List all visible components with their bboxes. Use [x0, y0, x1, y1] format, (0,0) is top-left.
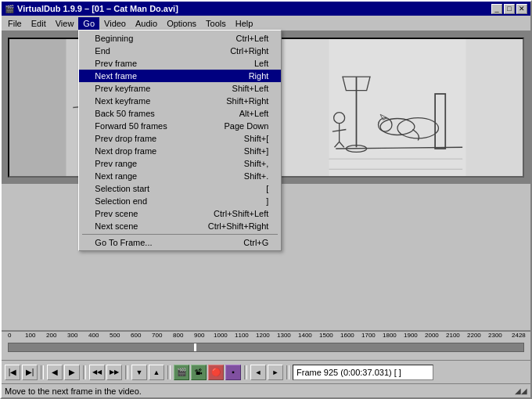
status-bar: Move to the next frame in the video. ◢◢ — [2, 383, 530, 397]
menu-view[interactable]: View — [51, 17, 79, 30]
go-prev-scene-shortcut: Ctrl+Shift+Left — [214, 209, 268, 218]
timeline-numbers: 0 100 200 300 400 500 600 700 800 900 10… — [2, 332, 530, 343]
go-beginning-shortcut: Ctrl+Left — [235, 34, 268, 43]
go-prev-keyframe[interactable]: Prev keyframe Shift+Left — [79, 82, 281, 95]
go-beginning[interactable]: Beginning Ctrl+Left — [79, 32, 281, 45]
btn-prev-key[interactable]: ◀◀ — [89, 365, 105, 380]
go-back-50[interactable]: Back 50 frames Alt+Left — [79, 107, 281, 120]
go-next-drop[interactable]: Next drop frame Shift+] — [79, 145, 281, 157]
tick-1100: 1100 — [235, 332, 249, 339]
frame-display: Frame 925 (0:00:37.031) [ ] — [293, 365, 433, 380]
window-title: VirtualDub 1.9.9 – [01 – Cat Man Do.avi] — [17, 4, 178, 13]
separator-5 — [244, 365, 247, 379]
go-prev-frame[interactable]: Prev frame Left — [79, 57, 281, 70]
btn-go-start[interactable]: |◀ — [5, 365, 20, 380]
menu-video[interactable]: Video — [99, 17, 131, 30]
go-next-range[interactable]: Next range Shift+. — [79, 170, 281, 182]
go-end-shortcut: Ctrl+Right — [230, 46, 268, 56]
menu-options[interactable]: Options — [162, 17, 201, 30]
go-prev-drop[interactable]: Prev drop frame Shift+[ — [79, 132, 281, 145]
separator-6 — [286, 365, 289, 379]
frame-display-text: Frame 925 (0:00:37.031) [ ] — [297, 368, 401, 377]
go-prev-range-label: Prev range — [95, 159, 137, 168]
tick-500: 500 — [110, 332, 120, 339]
go-next-keyframe-shortcut: Shift+Right — [226, 96, 268, 106]
menu-edit[interactable]: Edit — [27, 17, 51, 30]
menu-tools[interactable]: Tools — [201, 17, 231, 30]
tick-1500: 1500 — [319, 332, 333, 339]
btn-next-frame[interactable]: ▶ — [64, 365, 80, 380]
btn-purple[interactable]: ▪ — [225, 365, 241, 380]
go-next-frame[interactable]: Next frame Right — [79, 70, 281, 82]
go-prev-frame-label: Prev frame — [95, 59, 137, 68]
tick-800: 800 — [173, 332, 183, 339]
btn-next-key[interactable]: ▶▶ — [106, 365, 122, 380]
btn-green1[interactable]: 🎬 — [174, 365, 189, 380]
tick-2200: 2200 — [467, 332, 481, 339]
go-prev-range[interactable]: Prev range Shift+, — [79, 157, 281, 170]
go-selection-start[interactable]: Selection start [ — [79, 182, 281, 195]
go-selection-end[interactable]: Selection end ] — [79, 195, 281, 207]
go-prev-frame-shortcut: Left — [254, 59, 268, 68]
go-prev-keyframe-shortcut: Shift+Left — [232, 84, 269, 93]
separator-2 — [83, 365, 86, 379]
close-button[interactable]: ✕ — [516, 4, 527, 14]
timeline-area: 0 100 200 300 400 500 600 700 800 900 10… — [2, 330, 530, 360]
btn-mark-out[interactable]: ► — [268, 365, 283, 380]
go-prev-drop-label: Prev drop frame — [95, 134, 156, 143]
go-dropdown-menu: Beginning Ctrl+Left End Ctrl+Right Prev … — [78, 30, 282, 251]
go-prev-range-shortcut: Shift+, — [244, 159, 269, 168]
tick-2428: 2428 — [512, 332, 526, 339]
menu-go[interactable]: Go — [78, 17, 99, 30]
tick-1700: 1700 — [361, 332, 376, 339]
go-beginning-label: Beginning — [95, 34, 133, 43]
go-prev-scene[interactable]: Prev scene Ctrl+Shift+Left — [79, 207, 281, 220]
go-forward-50[interactable]: Forward 50 frames Page Down — [79, 120, 281, 132]
separator-3 — [125, 365, 128, 379]
go-next-keyframe[interactable]: Next keyframe Shift+Right — [79, 95, 281, 107]
go-to-frame-label: Go To Frame... — [95, 238, 152, 247]
video-panel-output — [271, 38, 524, 178]
timeline-thumb — [194, 343, 196, 351]
btn-red[interactable]: 🔴 — [208, 365, 224, 380]
tick-1000: 1000 — [214, 332, 228, 339]
output-video-svg — [272, 39, 523, 176]
btn-go-end[interactable]: ▶| — [22, 365, 38, 380]
tick-0: 0 — [8, 332, 11, 339]
go-next-scene[interactable]: Next scene Ctrl+Shift+Right — [79, 220, 281, 232]
status-text: Move to the next frame in the video. — [5, 386, 515, 396]
maximize-button[interactable]: □ — [504, 4, 515, 14]
tick-300: 300 — [67, 332, 77, 339]
tick-900: 900 — [194, 332, 204, 339]
tick-2000: 2000 — [425, 332, 439, 339]
go-selection-start-label: Selection start — [95, 184, 149, 193]
menu-file[interactable]: File — [3, 17, 27, 30]
menu-separator — [82, 234, 278, 235]
minimize-button[interactable]: _ — [491, 4, 502, 14]
btn-prev-frame[interactable]: ◀ — [47, 365, 63, 380]
go-end[interactable]: End Ctrl+Right — [79, 45, 281, 57]
go-next-frame-shortcut: Right — [249, 71, 269, 81]
tick-600: 600 — [131, 332, 141, 339]
menu-help[interactable]: Help — [231, 17, 258, 30]
go-next-range-shortcut: Shift+. — [244, 171, 269, 181]
tick-2100: 2100 — [446, 332, 460, 339]
btn-segment-start[interactable]: ▼ — [131, 365, 147, 380]
go-next-scene-label: Next scene — [95, 221, 138, 231]
go-to-frame[interactable]: Go To Frame... Ctrl+G — [79, 236, 281, 249]
tick-200: 200 — [46, 332, 56, 339]
menu-audio[interactable]: Audio — [131, 17, 162, 30]
btn-green2[interactable]: 📽 — [191, 365, 207, 380]
go-forward-50-shortcut: Page Down — [224, 121, 268, 131]
separator-4 — [167, 365, 171, 379]
go-back-50-shortcut: Alt+Left — [239, 109, 269, 118]
tick-1600: 1600 — [340, 332, 354, 339]
btn-segment-end[interactable]: ▲ — [149, 365, 164, 380]
timeline-track[interactable] — [8, 343, 524, 352]
go-selection-end-label: Selection end — [95, 196, 147, 206]
go-next-scene-shortcut: Ctrl+Shift+Right — [208, 221, 269, 231]
btn-mark-in[interactable]: ◄ — [250, 365, 266, 380]
tick-1400: 1400 — [298, 332, 312, 339]
separator-1 — [41, 365, 44, 379]
go-prev-scene-label: Prev scene — [95, 209, 138, 218]
